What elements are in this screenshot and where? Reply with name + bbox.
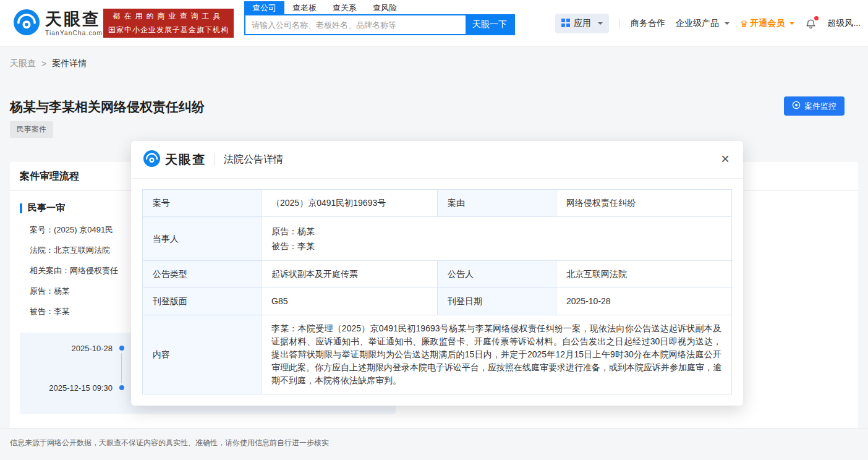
- cell-value: 原告：杨某 被告：李某: [262, 217, 732, 261]
- table-row: 当事人 原告：杨某 被告：李某: [143, 217, 732, 261]
- brand-slogan-badge: 都在用的商业查询工具 国家中小企业发展子基金旗下机构: [103, 9, 234, 38]
- field-label: 原告：: [30, 286, 54, 296]
- search-box: 天眼一下: [244, 14, 515, 35]
- footer-disclaimer: 信息来源于网络公开数据，天眼查不保证内容的真实性、准确性，请你使用信息前自行进一…: [10, 438, 329, 448]
- court-announcement-modal: 天眼查 法院公告详情 × 案号 （2025）京0491民初19693号 案由 网…: [131, 141, 743, 406]
- top-header: 天眼查 TianYanCha.com 都在用的商业查询工具 国家中小企业发展子基…: [0, 0, 868, 47]
- tab-boss[interactable]: 查老板: [284, 1, 325, 14]
- case-type-badge: 民事案件: [10, 121, 53, 138]
- footer-divider: [0, 428, 868, 428]
- table-row: 案号 （2025）京0491民初19693号 案由 网络侵权责任纠纷: [143, 190, 732, 217]
- search-button[interactable]: 天眼一下: [466, 15, 514, 34]
- cell-label: 当事人: [143, 217, 262, 261]
- table-row: 公告类型 起诉状副本及开庭传票 公告人 北京互联网法院: [143, 261, 732, 288]
- brand-domain: TianYanCha.com: [45, 30, 103, 36]
- tianyancha-logo-icon: [143, 150, 160, 169]
- defendant-line: 被告：李某: [271, 239, 721, 253]
- cell-value: 起诉状副本及开庭传票: [262, 261, 438, 288]
- nav-enterprise[interactable]: 企业级产品: [676, 18, 730, 29]
- field-value: 网络侵权责任: [70, 266, 118, 275]
- slogan-line1: 都在用的商业查询工具: [113, 11, 224, 22]
- apps-menu[interactable]: 应用: [555, 14, 609, 33]
- plaintiff-line: 原告：杨某: [271, 224, 721, 239]
- cell-label: 公告类型: [143, 261, 262, 288]
- timeline-connector: [121, 353, 122, 383]
- case-monitor-button[interactable]: 案件监控: [784, 96, 845, 116]
- chevron-down-icon: [725, 22, 730, 27]
- nav-enterprise-label: 企业级产品: [676, 18, 719, 28]
- cell-label: 内容: [143, 315, 262, 394]
- tianyancha-logo-icon: [14, 9, 40, 38]
- chevron-down-icon: [598, 22, 603, 27]
- tab-company[interactable]: 查公司: [244, 1, 284, 14]
- slogan-line2: 国家中小企业发展子基金旗下机构: [108, 25, 229, 35]
- announcement-table: 案号 （2025）京0491民初19693号 案由 网络侵权责任纠纷 当事人 原…: [142, 189, 732, 394]
- cell-value: G85: [262, 288, 438, 315]
- apps-menu-label: 应用: [574, 18, 591, 29]
- field-label: 法院：: [30, 245, 54, 255]
- search-input[interactable]: [245, 15, 466, 34]
- field-label: 案号：: [30, 225, 54, 234]
- header-nav: 应用 商务合作 企业级产品 ♛ 开通会员 超级风...: [555, 14, 861, 33]
- search-area: 查公司 查老板 查关系 查风险 天眼一下: [244, 1, 515, 35]
- cell-label: 刊登版面: [143, 288, 262, 315]
- search-tabs: 查公司 查老板 查关系 查风险: [244, 1, 515, 14]
- trial-stage-title: 民事一审: [28, 202, 65, 214]
- tab-relation[interactable]: 查关系: [325, 1, 365, 14]
- cell-value: 网络侵权责任纠纷: [556, 190, 732, 217]
- timeline-node-dot: [119, 385, 124, 390]
- breadcrumb: 天眼查 > 案件详情: [10, 58, 87, 69]
- breadcrumb-home[interactable]: 天眼查: [10, 58, 36, 69]
- cell-value: 北京互联网法院: [556, 261, 732, 288]
- field-value: 李某: [54, 307, 70, 316]
- modal-title-divider: [215, 153, 215, 166]
- nav-vip-label: 开通会员: [750, 18, 785, 29]
- field-label: 相关案由：: [30, 266, 70, 275]
- monitor-icon: [792, 101, 801, 111]
- cell-value: （2025）京0491民初19693号: [262, 190, 438, 217]
- close-icon[interactable]: ×: [721, 151, 730, 166]
- timeline-node-dot: [119, 346, 124, 351]
- nav-cooperation[interactable]: 商务合作: [631, 18, 665, 29]
- cell-label: 案号: [143, 190, 262, 217]
- table-row: 内容 李某：本院受理（2025）京0491民初19693号杨某与李某网络侵权责任…: [143, 315, 732, 394]
- modal-brand-name: 天眼查: [165, 151, 206, 168]
- timeline-date: 2025-12-15 09:30: [20, 383, 113, 393]
- announcement-content: 李某：本院受理（2025）京0491民初19693号杨某与李某网络侵权责任纠纷一…: [262, 315, 732, 394]
- case-monitor-label: 案件监控: [804, 101, 836, 112]
- field-value: 北京互联网法院: [54, 245, 110, 255]
- breadcrumb-current: 案件详情: [52, 58, 87, 69]
- crown-icon: ♛: [740, 19, 748, 28]
- chevron-down-icon: [789, 22, 794, 27]
- field-value: 杨某: [54, 286, 70, 296]
- breadcrumb-separator: >: [41, 59, 46, 69]
- cell-label: 刊登日期: [438, 288, 556, 315]
- nav-super-risk[interactable]: 超级风...: [827, 18, 861, 29]
- modal-title: 法院公告详情: [224, 153, 283, 166]
- field-value: (2025) 京0491民: [54, 225, 113, 234]
- nav-divider: [619, 19, 620, 28]
- timeline-date: 2025-10-28: [20, 344, 113, 353]
- modal-header: 天眼查 法院公告详情 ×: [131, 141, 743, 179]
- grid-icon: [561, 19, 570, 29]
- tab-risk[interactable]: 查风险: [365, 1, 405, 14]
- page: 天眼查 TianYanCha.com 都在用的商业查询工具 国家中小企业发展子基…: [0, 0, 868, 460]
- table-row: 刊登版面 G85 刊登日期 2025-10-28: [143, 288, 732, 315]
- cell-label: 公告人: [438, 261, 556, 288]
- page-title: 杨某与李某相关网络侵权责任纠纷: [10, 98, 205, 116]
- brand-name: 天眼查: [45, 11, 103, 28]
- field-label: 被告：: [30, 307, 54, 316]
- notification-dot: [814, 16, 819, 20]
- stage-accent-bar: [20, 203, 22, 213]
- cell-value: 2025-10-28: [556, 288, 732, 315]
- nav-vip-upgrade[interactable]: ♛ 开通会员: [740, 18, 794, 29]
- cell-label: 案由: [438, 190, 556, 217]
- tianyancha-logo[interactable]: 天眼查 TianYanCha.com: [14, 9, 103, 38]
- notification-bell-icon[interactable]: [805, 18, 817, 30]
